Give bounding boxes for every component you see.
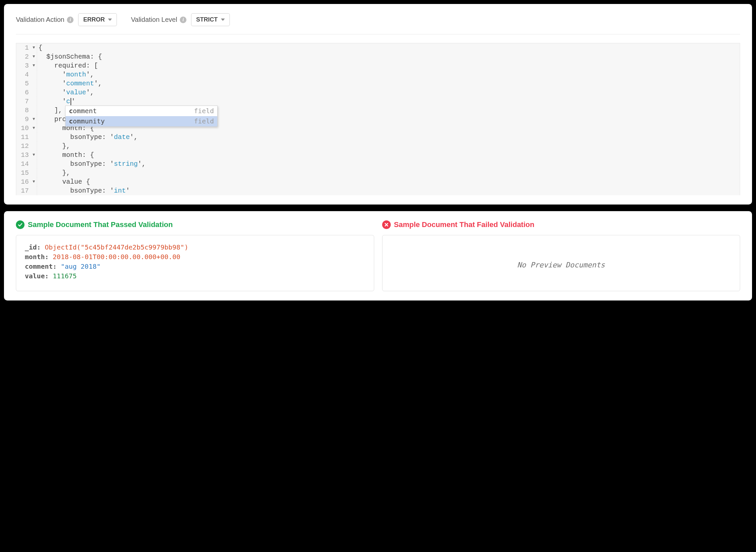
fold-toggle-icon[interactable]: ▼ xyxy=(31,115,37,124)
validation-panel: Validation Action i ERROR Validation Lev… xyxy=(4,4,752,204)
info-icon[interactable]: i xyxy=(67,17,74,23)
validation-toolbar: Validation Action i ERROR Validation Lev… xyxy=(16,13,740,34)
editor-line[interactable]: 2▼ $jsonSchema: { xyxy=(16,52,740,61)
editor-line[interactable]: 1▼{ xyxy=(16,43,740,52)
validation-results-panel: Sample Document That Passed Validation _… xyxy=(4,211,752,300)
schema-editor[interactable]: 1▼{2▼ $jsonSchema: {3▼ required: [4 'mon… xyxy=(16,43,740,195)
fold-toggle-icon xyxy=(31,168,37,177)
editor-line[interactable]: 15 }, xyxy=(16,168,740,177)
passed-header: Sample Document That Passed Validation xyxy=(16,221,374,229)
editor-line[interactable]: 5 'comment', xyxy=(16,79,740,88)
passed-column: Sample Document That Passed Validation _… xyxy=(16,221,374,291)
editor-line[interactable]: 7 'c' xyxy=(16,97,740,106)
fold-toggle-icon[interactable]: ▼ xyxy=(31,43,37,52)
fold-toggle-icon[interactable]: ▼ xyxy=(31,177,37,186)
fold-toggle-icon xyxy=(31,88,37,97)
validation-level-dropdown[interactable]: STRICT xyxy=(191,13,230,26)
x-circle-icon xyxy=(382,221,391,229)
fold-toggle-icon xyxy=(31,142,37,151)
fold-toggle-icon xyxy=(31,106,37,115)
editor-line[interactable]: 14 bsonType: 'string', xyxy=(16,159,740,168)
fold-toggle-icon xyxy=(31,97,37,106)
editor-line[interactable]: 3▼ required: [ xyxy=(16,61,740,70)
fold-toggle-icon[interactable]: ▼ xyxy=(31,52,37,61)
validation-level-label: Validation Level i xyxy=(131,16,187,23)
editor-line[interactable]: 4 'month', xyxy=(16,70,740,79)
failed-header: Sample Document That Failed Validation xyxy=(382,221,740,229)
document-field: month: 2018-08-01T00:00:00.00.000+00.00 xyxy=(25,252,365,262)
check-circle-icon xyxy=(16,221,24,229)
autocomplete-item[interactable]: communityfield xyxy=(66,116,217,126)
document-field: value: 111675 xyxy=(25,271,365,281)
fold-toggle-icon[interactable]: ▼ xyxy=(31,124,37,133)
document-field: comment: "aug 2018" xyxy=(25,262,365,271)
failed-column: Sample Document That Failed Validation N… xyxy=(382,221,740,291)
passed-document-preview: _id: ObjectId("5c45bf2447de2b5c9979bb98"… xyxy=(16,235,374,291)
editor-line[interactable]: 17 bsonType: 'int' xyxy=(16,186,740,195)
document-field: _id: ObjectId("5c45bf2447de2b5c9979bb98"… xyxy=(25,243,365,252)
fold-toggle-icon[interactable]: ▼ xyxy=(31,61,37,70)
editor-line[interactable]: 6 'value', xyxy=(16,88,740,97)
no-preview-message: No Preview Documents xyxy=(391,243,732,270)
editor-line[interactable]: 11 bsonType: 'date', xyxy=(16,133,740,142)
autocomplete-item[interactable]: commentfield xyxy=(66,106,217,116)
failed-document-preview: No Preview Documents xyxy=(382,235,740,291)
editor-line[interactable]: 12 }, xyxy=(16,142,740,151)
editor-line[interactable]: 16▼ value { xyxy=(16,177,740,186)
fold-toggle-icon xyxy=(31,70,37,79)
chevron-down-icon xyxy=(108,18,112,21)
fold-toggle-icon xyxy=(31,133,37,142)
fold-toggle-icon xyxy=(31,159,37,168)
validation-action-dropdown[interactable]: ERROR xyxy=(78,13,117,26)
fold-toggle-icon[interactable]: ▼ xyxy=(31,151,37,159)
editor-line[interactable]: 13▼ month: { xyxy=(16,151,740,159)
autocomplete-popup[interactable]: commentfieldcommunityfield xyxy=(65,106,218,127)
validation-action-label: Validation Action i xyxy=(16,16,74,23)
chevron-down-icon xyxy=(221,18,225,21)
info-icon[interactable]: i xyxy=(180,17,187,23)
fold-toggle-icon xyxy=(31,186,37,195)
fold-toggle-icon xyxy=(31,79,37,88)
